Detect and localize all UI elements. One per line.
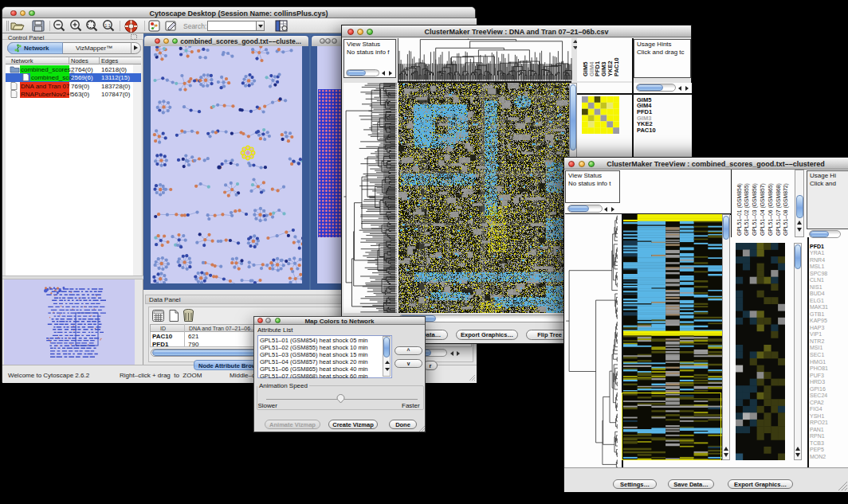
svg-text:1:1: 1:1 [104, 23, 111, 28]
